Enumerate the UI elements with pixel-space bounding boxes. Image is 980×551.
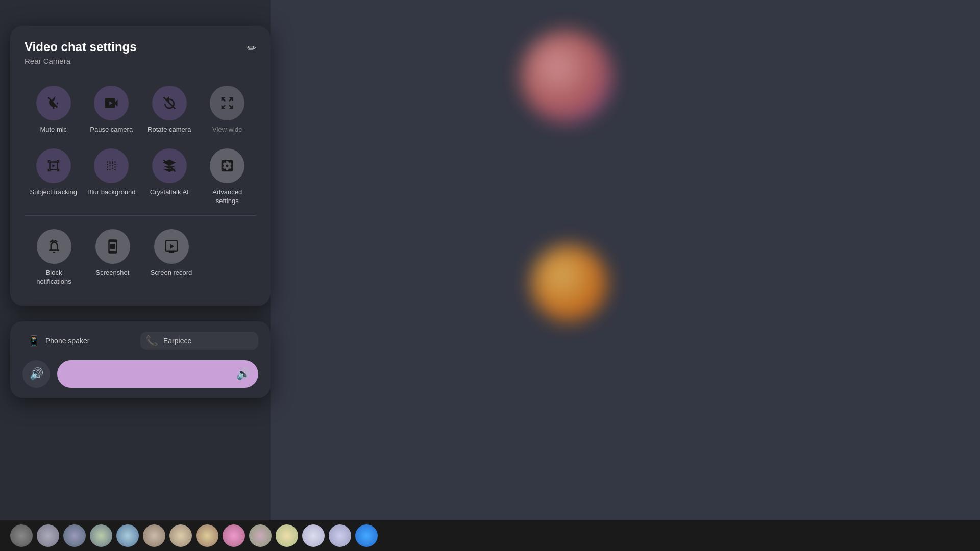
rotate-camera-button[interactable]: Rotate camera [140,81,199,139]
advanced-settings-icon-circle [210,148,244,183]
screen-record-icon-circle [154,229,189,264]
block-notifications-icon [46,239,62,254]
view-wide-button[interactable]: View wide [199,81,257,139]
bottom-avatar-3[interactable] [63,524,86,547]
panel-header: Video chat settings Rear Camera ✏ [24,40,256,65]
screenshot-button[interactable]: Screenshot [83,224,142,291]
volume-slider-icon: 🔊 [236,367,250,381]
pause-camera-icon [104,95,119,111]
crystaltalk-ai-label: Crystaltalk AI [150,188,189,197]
bottom-avatar-6[interactable] [143,524,165,547]
video-chat-settings-panel: Video chat settings Rear Camera ✏ Mute m… [10,26,271,306]
blur-background-button[interactable]: Blur background [83,143,141,211]
bottom-avatar-4[interactable] [90,524,112,547]
edit-icon[interactable]: ✏ [247,42,256,55]
block-notifications-icon-circle [37,229,71,264]
advanced-settings-label: Advanced settings [203,188,253,206]
blur-background-icon [104,158,119,173]
bottom-avatar-14[interactable] [355,524,378,547]
avatar-2 [531,245,607,321]
screenshot-icon [105,239,120,254]
pause-camera-label: Pause camera [90,126,133,134]
rotate-camera-icon-circle [152,86,187,120]
audio-options: 📱 Phone spaker 📞 Earpiece [22,332,258,350]
bottom-avatar-bar [0,520,980,551]
advanced-settings-icon [219,158,235,173]
view-wide-label: View wide [212,126,242,134]
screen-record-icon [164,239,179,254]
blur-background-icon-circle [94,148,129,183]
panel-title: Video chat settings [24,40,137,55]
screen-record-label: Screen record [151,269,192,278]
earpiece-option[interactable]: 📞 Earpiece [140,332,258,350]
mute-mic-icon-circle [36,86,71,120]
screen-record-button[interactable]: Screen record [142,224,201,291]
mute-mic-icon [46,95,61,111]
bottom-avatar-13[interactable] [329,524,351,547]
phone-speaker-icon: 📱 [28,335,40,347]
bottom-avatar-2[interactable] [37,524,59,547]
subject-tracking-label: Subject tracking [30,188,78,197]
grid-row-2: Subject tracking Blur background Crystal… [24,143,256,211]
svg-rect-2 [110,244,115,249]
view-wide-icon [219,95,235,111]
panel-title-group: Video chat settings Rear Camera [24,40,137,65]
bottom-avatar-8[interactable] [196,524,218,547]
volume-slider-track[interactable]: 🔊 [57,360,258,388]
earpiece-label: Earpiece [163,337,191,345]
bottom-avatar-12[interactable] [302,524,325,547]
subject-tracking-icon-circle [36,148,71,183]
rotate-camera-label: Rotate camera [148,126,191,134]
avatar-1 [521,31,612,122]
grid-row-3: Block notifications Screenshot Screen re… [24,224,256,291]
bottom-avatar-1[interactable] [10,524,33,547]
rotate-camera-icon [162,95,177,111]
screenshot-label: Screenshot [96,269,130,278]
bottom-avatar-10[interactable] [249,524,272,547]
phone-speaker-label: Phone spaker [45,337,89,345]
earpiece-icon: 📞 [145,335,158,347]
crystaltalk-ai-icon-circle [152,148,187,183]
pause-camera-button[interactable]: Pause camera [83,81,141,139]
block-notifications-button[interactable]: Block notifications [24,224,83,291]
bottom-avatar-11[interactable] [276,524,298,547]
view-wide-icon-circle [210,86,244,120]
audio-settings-panel: 📱 Phone spaker 📞 Earpiece 🔊 🔊 [10,321,271,398]
mute-mic-label: Mute mic [40,126,67,134]
bottom-avatar-9[interactable] [223,524,245,547]
bottom-avatar-5[interactable] [116,524,139,547]
subject-tracking-icon [46,158,61,173]
mute-mic-button[interactable]: Mute mic [24,81,83,139]
pause-camera-icon-circle [94,86,129,120]
background-panel [271,0,980,551]
phone-speaker-option[interactable]: 📱 Phone spaker [22,332,140,350]
advanced-settings-button[interactable]: Advanced settings [199,143,257,211]
block-notifications-label: Block notifications [29,269,79,286]
volume-row: 🔊 🔊 [22,360,258,388]
divider [24,215,256,216]
panel-subtitle: Rear Camera [24,57,137,65]
crystaltalk-ai-button[interactable]: Crystaltalk AI [140,143,199,211]
subject-tracking-button[interactable]: Subject tracking [24,143,83,211]
blur-background-label: Blur background [87,188,136,197]
volume-down-button[interactable]: 🔊 [22,360,50,388]
grid-row-1: Mute mic Pause camera Rotate camera [24,81,256,139]
bottom-avatar-7[interactable] [169,524,192,547]
screenshot-icon-circle [95,229,130,264]
crystaltalk-ai-icon [162,158,177,173]
